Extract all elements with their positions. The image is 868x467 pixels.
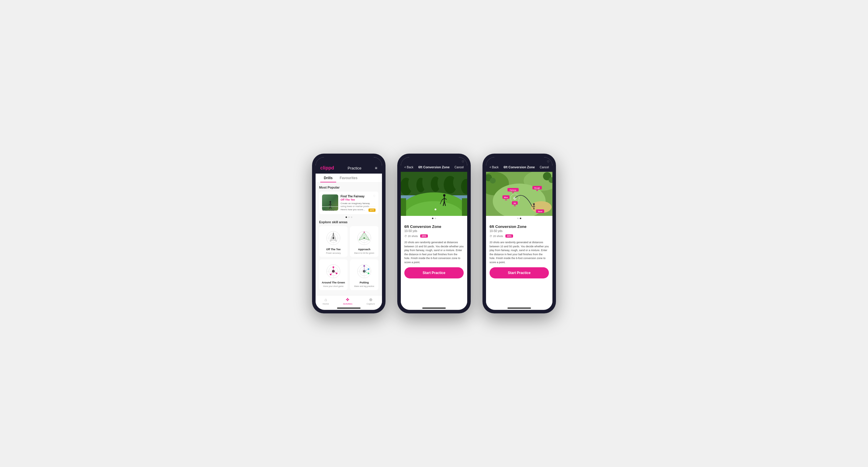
svg-rect-60 <box>462 198 467 216</box>
nav-home-label: Home <box>322 302 329 305</box>
capture-icon: ⊕ <box>369 297 373 302</box>
course-map-svg: Fairway Rough Miss Hit Sand <box>486 172 552 216</box>
shots-label: ⏱ 10 shots <box>322 209 334 211</box>
back-button-2[interactable]: < Back <box>404 166 413 169</box>
arg-radar-icon <box>325 263 341 279</box>
detail-title-3: 6ft Conversion Zone <box>504 165 535 169</box>
phone-screen-1: clippd Practice ≡ Drills Favourites Most… <box>316 157 382 310</box>
menu-icon[interactable]: ≡ <box>375 166 377 170</box>
svg-point-80 <box>533 203 535 205</box>
skill-name-ott: Off The Tee <box>326 248 341 251</box>
phone-notch <box>337 154 361 160</box>
putting-icon-area <box>355 262 373 280</box>
phone-2: < Back 6ft Conversion Zone Cancel <box>397 154 471 313</box>
nav-capture-label: Capture <box>366 302 375 305</box>
tabs-bar: Drills Favourites <box>316 174 382 183</box>
app-header: clippd Practice ≡ <box>316 157 382 174</box>
image-dots-3 <box>486 216 552 221</box>
nav-activities-label: Activities <box>343 302 352 305</box>
tab-drills[interactable]: Drills <box>320 174 336 182</box>
nav-activities[interactable]: ✤ Activities <box>343 297 352 305</box>
phone-screen-3: < Back 6ft Conversion Zone Cancel <box>486 157 552 310</box>
skill-name-approach: Approach <box>358 248 370 251</box>
skill-desc-ott: Power accuracy <box>326 252 341 254</box>
drill-meta-3: ⏱ 20 shots ARG <box>490 234 549 238</box>
drill-desc-2: 20 shots are randomly generated at dista… <box>404 240 464 264</box>
start-practice-button-2[interactable]: Start Practice <box>404 267 464 278</box>
svg-point-68 <box>435 208 436 210</box>
svg-text:Fairway: Fairway <box>510 189 517 191</box>
svg-text:Sand: Sand <box>538 210 542 212</box>
drill-desc-3: 20 shots are randomly generated at dista… <box>490 240 549 264</box>
home-icon: ⌂ <box>325 297 327 302</box>
favourite-icon[interactable]: ♡ <box>373 194 375 198</box>
approach-icon-area <box>355 229 373 247</box>
course-photo-svg <box>401 172 467 216</box>
svg-text:Hit: Hit <box>514 202 516 204</box>
featured-drill-card[interactable]: Find The Fairway Off The Tee Create an i… <box>319 192 378 214</box>
detail-title-2: 6ft Conversion Zone <box>418 165 450 169</box>
skill-card-arg[interactable]: Around The Green Hone your short game <box>319 259 348 290</box>
skill-card-ott[interactable]: Off The Tee Power accuracy <box>319 226 348 257</box>
svg-point-20 <box>364 237 365 239</box>
svg-point-61 <box>443 194 445 197</box>
back-button-3[interactable]: < Back <box>490 166 499 169</box>
skill-card-putting[interactable]: Putting Make and lag practice <box>350 259 378 290</box>
drill-detail-title-3: 6ft Conversion Zone <box>490 224 527 229</box>
most-popular-label: Most Popular <box>319 186 378 189</box>
drill-photo <box>401 172 467 216</box>
phone-screen-2: < Back 6ft Conversion Zone Cancel <box>401 157 467 310</box>
shots-meta-3: ⏱ 20 shots <box>490 235 503 238</box>
svg-point-0 <box>330 201 331 203</box>
svg-rect-59 <box>401 198 406 216</box>
skill-desc-approach: Dial-in to hit the green <box>354 252 374 254</box>
img-dot-3-1 <box>517 218 519 219</box>
img-dot-1 <box>432 218 433 219</box>
app-logo: clippd <box>320 165 334 171</box>
activities-icon: ✤ <box>346 297 349 302</box>
nav-home[interactable]: ⌂ Home <box>322 297 329 305</box>
detail-body-2: 6ft Conversion Zone 10-50 yds ♡ ⏱ 20 sho… <box>401 221 467 306</box>
shots-meta-2: ⏱ 20 shots <box>404 235 418 238</box>
dot-3 <box>351 216 352 218</box>
svg-point-21 <box>364 231 365 233</box>
clock-icon-3: ⏱ <box>490 235 492 238</box>
carousel-dots <box>319 216 378 218</box>
start-practice-button-3[interactable]: Start Practice <box>490 267 549 278</box>
drill-range-2: 10-50 yds <box>404 229 441 233</box>
skill-name-putting: Putting <box>360 281 369 284</box>
img-dot-2 <box>435 218 436 219</box>
explore-label: Explore skill areas <box>319 220 378 224</box>
img-dot-3-2 <box>520 218 521 219</box>
screen-body: Most Popular Find The Fairw <box>316 183 382 295</box>
phone-notch-2 <box>422 154 446 160</box>
putting-radar-icon <box>356 263 372 279</box>
home-indicator-2 <box>422 307 446 309</box>
bottom-nav: ⌂ Home ✤ Activities ⊕ Capture <box>316 295 382 306</box>
approach-radar-icon <box>356 230 372 246</box>
tab-favourites[interactable]: Favourites <box>336 174 361 182</box>
svg-point-75 <box>490 178 496 184</box>
cancel-button-3[interactable]: Cancel <box>540 166 549 169</box>
svg-text:Miss: Miss <box>504 197 508 198</box>
drill-tag: OTT <box>369 208 375 212</box>
ott-radar-icon <box>325 230 341 246</box>
dot-2 <box>348 216 350 218</box>
drill-subtitle: Off The Tee <box>341 198 375 201</box>
nav-capture[interactable]: ⊕ Capture <box>366 297 375 305</box>
phone-1: clippd Practice ≡ Drills Favourites Most… <box>312 154 385 313</box>
arg-icon-area <box>325 262 342 280</box>
home-indicator <box>337 307 361 309</box>
drill-tag-2: ARG <box>420 234 428 238</box>
dot-1 <box>346 216 347 218</box>
skill-card-approach[interactable]: Approach Dial-in to hit the green <box>350 226 378 257</box>
skill-grid: Off The Tee Power accuracy <box>319 226 378 290</box>
course-map: Fairway Rough Miss Hit Sand <box>486 172 552 216</box>
skill-desc-putting: Make and lag practice <box>354 285 374 287</box>
header-title: Practice <box>348 166 362 170</box>
detail-body-3: 6ft Conversion Zone 10-50 yds ♡ ⏱ 20 sho… <box>486 221 552 306</box>
home-indicator-3 <box>507 307 531 309</box>
drill-range-3: 10-50 yds <box>490 229 527 233</box>
cancel-button-2[interactable]: Cancel <box>455 166 464 169</box>
drill-tag-3: ARG <box>505 234 513 238</box>
